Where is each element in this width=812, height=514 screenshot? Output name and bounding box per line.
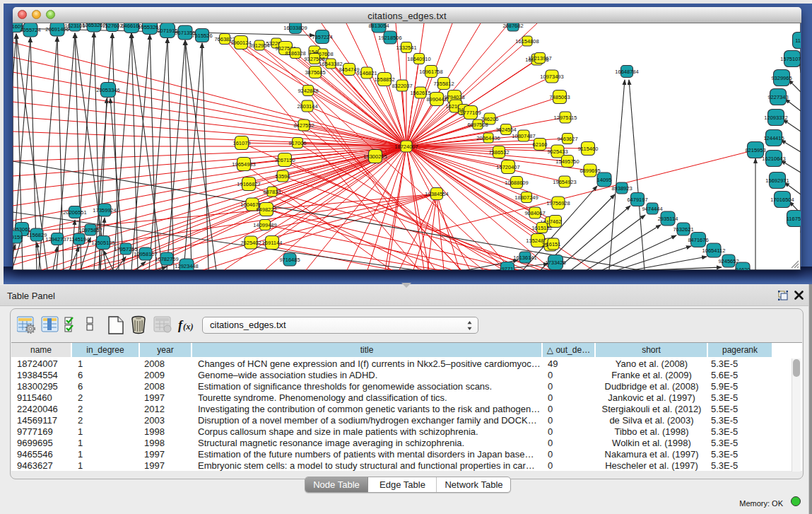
svg-text:18807249: 18807249 bbox=[514, 194, 538, 201]
svg-text:4055724: 4055724 bbox=[20, 27, 40, 33]
svg-text:3875685: 3875685 bbox=[305, 69, 325, 76]
svg-text:10807487: 10807487 bbox=[512, 133, 535, 139]
svg-text:2935114: 2935114 bbox=[658, 216, 678, 222]
svg-text:18640910: 18640910 bbox=[407, 56, 430, 62]
svg-text:1615132: 1615132 bbox=[531, 225, 552, 231]
svg-text:19384554: 19384554 bbox=[425, 191, 448, 197]
svg-text:12923448: 12923448 bbox=[175, 263, 198, 269]
svg-text:7632621: 7632621 bbox=[673, 226, 693, 233]
svg-text:12505135: 12505135 bbox=[91, 240, 114, 246]
svg-text:94620: 94620 bbox=[736, 267, 751, 271]
svg-text:10975857: 10975857 bbox=[78, 227, 102, 233]
svg-text:14099489: 14099489 bbox=[253, 222, 276, 228]
svg-text:8471676: 8471676 bbox=[688, 237, 708, 243]
svg-text:1691144: 1691144 bbox=[262, 240, 283, 246]
svg-text:1145194: 1145194 bbox=[69, 236, 90, 243]
svg-text:9777169: 9777169 bbox=[460, 110, 481, 116]
svg-text:16154808: 16154808 bbox=[515, 38, 539, 45]
svg-text:9115460: 9115460 bbox=[578, 146, 599, 152]
svg-text:1244415: 1244415 bbox=[763, 135, 784, 141]
svg-text:2803144: 2803144 bbox=[297, 103, 317, 110]
svg-text:16782759: 16782759 bbox=[155, 256, 178, 262]
svg-text:9245652: 9245652 bbox=[718, 258, 739, 264]
svg-text:15720407: 15720407 bbox=[496, 164, 519, 170]
svg-text:1558852: 1558852 bbox=[374, 76, 394, 83]
svg-text:19756928: 19756928 bbox=[546, 200, 570, 206]
svg-text:9474444: 9474444 bbox=[642, 206, 662, 212]
svg-text:16648784: 16648784 bbox=[615, 69, 638, 75]
svg-text:12942737: 12942737 bbox=[45, 236, 69, 243]
svg-text:7485063: 7485063 bbox=[549, 94, 570, 100]
svg-text:7355812: 7355812 bbox=[433, 81, 454, 87]
svg-text:917006: 917006 bbox=[288, 140, 306, 146]
svg-text:8938923: 8938923 bbox=[611, 185, 632, 192]
svg-text:9329965: 9329965 bbox=[771, 75, 792, 81]
svg-text:9025433: 9025433 bbox=[547, 148, 567, 155]
svg-text:18724007: 18724007 bbox=[394, 144, 418, 150]
svg-text:53594: 53594 bbox=[276, 173, 290, 180]
svg-text:9771: 9771 bbox=[502, 266, 514, 271]
svg-text:16136141: 16136141 bbox=[513, 255, 536, 261]
svg-text:39159: 39159 bbox=[13, 234, 23, 240]
svg-text:(x): (x) bbox=[183, 322, 194, 332]
svg-text:16151: 16151 bbox=[546, 241, 561, 247]
svg-text:19218506: 19218506 bbox=[378, 35, 401, 41]
svg-text:10973493: 10973493 bbox=[540, 74, 563, 80]
svg-text:12975115: 12975115 bbox=[554, 115, 577, 121]
svg-text:3624554: 3624554 bbox=[495, 127, 516, 133]
svg-text:8813054: 8813054 bbox=[368, 23, 389, 29]
svg-text:1733426: 1733426 bbox=[545, 259, 565, 266]
svg-text:6897568: 6897568 bbox=[467, 122, 488, 128]
svg-text:1527602: 1527602 bbox=[102, 23, 122, 29]
svg-text:887833: 887833 bbox=[263, 189, 281, 195]
svg-text:19654983: 19654983 bbox=[232, 161, 255, 168]
svg-text:19166827: 19166827 bbox=[237, 181, 260, 187]
svg-text:6479197: 6479197 bbox=[627, 197, 647, 203]
svg-text:17359924: 17359924 bbox=[93, 207, 116, 214]
svg-text:1562615: 1562615 bbox=[410, 90, 430, 96]
svg-text:8186328: 8186328 bbox=[285, 50, 305, 57]
svg-text:7515526: 7515526 bbox=[192, 33, 212, 39]
svg-text:9498222: 9498222 bbox=[256, 206, 276, 213]
svg-text:7625402: 7625402 bbox=[240, 240, 261, 246]
svg-text:161073: 161073 bbox=[233, 140, 250, 146]
svg-text:19654923: 19654923 bbox=[553, 179, 576, 185]
svg-text:16210643: 16210643 bbox=[762, 156, 785, 162]
svg-text:12213967: 12213967 bbox=[528, 55, 551, 62]
svg-text:7462: 7462 bbox=[550, 218, 562, 225]
svg-text:1332541: 1332541 bbox=[396, 45, 416, 51]
svg-text:17016504: 17016504 bbox=[770, 197, 794, 203]
svg-text:10654112: 10654112 bbox=[702, 247, 726, 254]
svg-text:9242848: 9242848 bbox=[298, 88, 318, 94]
svg-text:15495750: 15495750 bbox=[555, 158, 579, 165]
svg-text:3267150: 3267150 bbox=[274, 157, 295, 163]
svg-text:10688609: 10688609 bbox=[505, 180, 528, 186]
svg-text:9794028: 9794028 bbox=[444, 94, 464, 100]
svg-text:9146821: 9146821 bbox=[356, 70, 377, 76]
svg-text:62160: 62160 bbox=[533, 141, 548, 148]
svg-text:2087682: 2087682 bbox=[502, 23, 523, 29]
svg-text:9084067: 9084067 bbox=[524, 210, 545, 216]
svg-text:20206551: 20206551 bbox=[63, 209, 86, 216]
svg-text:20364436: 20364436 bbox=[476, 135, 500, 141]
svg-text:6899695: 6899695 bbox=[579, 168, 600, 174]
svg-text:8322037: 8322037 bbox=[392, 83, 412, 89]
svg-text:1156829: 1156829 bbox=[27, 232, 47, 238]
svg-text:116753: 116753 bbox=[787, 216, 801, 222]
svg-text:12093372: 12093372 bbox=[764, 115, 787, 121]
svg-text:9960124: 9960124 bbox=[230, 40, 251, 46]
svg-text:7357224: 7357224 bbox=[312, 34, 332, 40]
svg-text:15751074: 15751074 bbox=[780, 56, 801, 62]
svg-text:18300295: 18300295 bbox=[363, 153, 387, 160]
svg-text:20053346: 20053346 bbox=[96, 87, 119, 93]
svg-text:8215953: 8215953 bbox=[745, 147, 765, 153]
svg-text:7386532: 7386532 bbox=[488, 149, 509, 156]
svg-text:1112: 1112 bbox=[795, 37, 801, 44]
svg-text:9463627: 9463627 bbox=[557, 136, 577, 142]
svg-text:9227343: 9227343 bbox=[767, 94, 788, 100]
svg-text:16033809: 16033809 bbox=[283, 25, 307, 31]
svg-text:16961758: 16961758 bbox=[419, 69, 442, 75]
svg-text:15692971: 15692971 bbox=[765, 177, 789, 184]
svg-text:9716485: 9716485 bbox=[279, 257, 300, 263]
svg-text:14095: 14095 bbox=[597, 177, 612, 183]
